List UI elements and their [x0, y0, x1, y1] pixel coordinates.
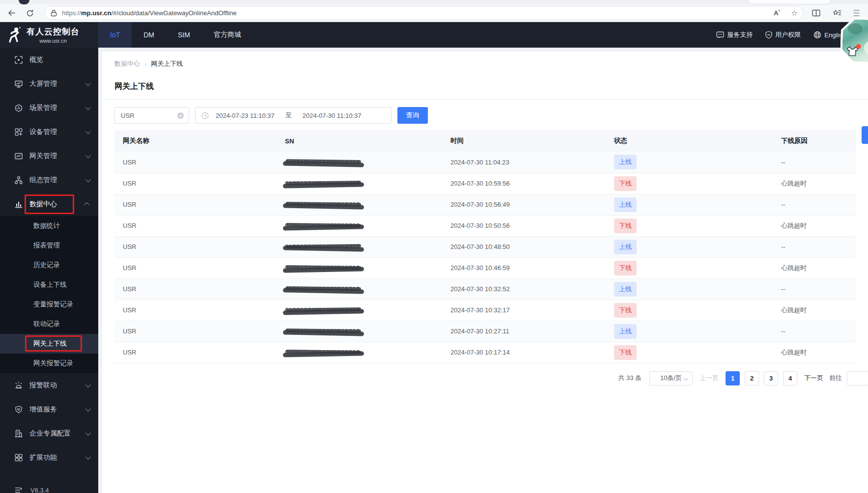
status-badge: 上线	[614, 197, 637, 212]
cell-offline-reason: 心跳超时	[773, 257, 856, 278]
date-range-picker[interactable]: 2024-07-23 11:10:37 至 2024-07-30 11:10:3…	[195, 107, 392, 124]
table-row: USR 01001224051000016210 2024-07-30 10:5…	[114, 173, 856, 194]
cell-offline-reason: 心跳超时	[773, 342, 856, 363]
page-button-4[interactable]: 4	[783, 371, 797, 385]
sidebar-subitem-gateway-alarm[interactable]: 网关报警记录	[0, 354, 98, 373]
cell-gateway-name: USR	[114, 236, 277, 257]
sidebar-subitem-history[interactable]: 历史记录	[0, 255, 98, 275]
url-text: https://mp.usr.cn/#/cloud/data/ViewGatew…	[62, 9, 237, 17]
table-row: USR 01001224051000016210 2024-07-30 10:5…	[114, 194, 856, 215]
cell-time: 2024-07-30 10:59:56	[442, 173, 606, 194]
status-badge: 下线	[614, 345, 637, 360]
version-label: V6.3.4	[30, 487, 49, 493]
shield-icon	[765, 31, 772, 39]
tab-mall[interactable]: 官方商城	[202, 22, 253, 48]
sidebar-subitem-linkage[interactable]: 联动记录	[0, 314, 98, 334]
cell-time: 2024-07-30 10:17:14	[442, 342, 606, 363]
usr-logo-icon	[8, 27, 23, 43]
col-time: 时间	[442, 130, 606, 152]
sidebar-item-scene[interactable]: 场景管理	[0, 96, 98, 120]
cell-offline-reason: --	[773, 321, 856, 342]
logo-subtitle: www.usr.cn	[27, 38, 80, 44]
sidebar-item-alarm-linkage[interactable]: 报警联动	[0, 373, 98, 397]
page-button-1[interactable]: 1	[726, 371, 740, 385]
page-button-3[interactable]: 3	[764, 371, 778, 385]
goto-page-input[interactable]	[847, 371, 868, 385]
redaction-scribble	[286, 223, 361, 227]
sidebar-item-scada[interactable]: 组态管理	[0, 168, 98, 192]
prev-page-button[interactable]: 上一页	[700, 374, 719, 383]
split-screen-icon[interactable]	[812, 9, 820, 17]
status-badge: 上线	[614, 282, 637, 297]
address-bar[interactable]: https://mp.usr.cn/#/cloud/data/ViewGatew…	[44, 6, 803, 20]
cell-gateway-name: USR	[114, 342, 277, 363]
sidebar-item-vas[interactable]: 增值服务	[0, 397, 98, 421]
breadcrumb-separator: ›	[144, 60, 146, 68]
sidebar-item-device[interactable]: 设备管理	[0, 120, 98, 144]
table-row: USR 01001224051000016210 2024-07-30 10:5…	[114, 215, 856, 236]
sidebar-item-enterprise[interactable]: 企业专属配置	[0, 421, 98, 445]
logo[interactable]: 有人云控制台 www.usr.cn	[0, 26, 98, 44]
records-table: 网关名称 SN 时间 状态 下线原因 USR 01001224051000016…	[114, 130, 856, 363]
status-badge: 下线	[614, 176, 637, 191]
read-aloud-icon[interactable]: Aᐠ	[774, 9, 781, 17]
sidebar-item-overview[interactable]: 概览	[0, 48, 98, 72]
table-row: USR 01001224051000016210 2024-07-30 11:0…	[114, 152, 856, 173]
chevron-down-icon	[85, 430, 91, 435]
sidebar-item-extensions[interactable]: 扩展功能	[0, 445, 98, 469]
sidebar-item-datacenter[interactable]: 数据中心	[0, 192, 98, 216]
cell-sn: 01001224051000016210	[277, 194, 442, 215]
refresh-button[interactable]	[23, 6, 37, 20]
back-button[interactable]	[4, 6, 19, 20]
top-navigation: 有人云控制台 www.usr.cn IoT DM SIM 官方商城 服务支持 用…	[0, 22, 868, 48]
cell-status: 下线	[606, 257, 773, 278]
gateway-name-input[interactable]	[114, 107, 189, 124]
sidebar-item-bigscreen[interactable]: 大屏管理	[0, 72, 98, 96]
col-status: 状态	[606, 130, 773, 152]
sidebar-subitem-gateway-onoff[interactable]: 网关上下线	[0, 334, 98, 354]
query-button[interactable]: 查询	[397, 107, 428, 124]
cell-offline-reason: 心跳超时	[773, 300, 856, 321]
sidebar-subitem-data-stats[interactable]: 数据统计	[0, 216, 98, 236]
clipped-toolbar-icon[interactable]	[853, 9, 860, 17]
vas-shield-icon	[15, 406, 23, 413]
support-link[interactable]: 服务支持	[716, 30, 753, 39]
sidebar-subitem-report[interactable]: 报表管理	[0, 236, 98, 255]
clear-input-icon[interactable]	[177, 112, 184, 119]
cell-gateway-name: USR	[114, 257, 277, 278]
cell-time: 2024-07-30 10:32:52	[442, 278, 606, 300]
page-button-2[interactable]: 2	[745, 371, 759, 385]
status-badge: 下线	[614, 261, 637, 275]
next-page-button[interactable]: 下一页	[804, 374, 823, 383]
breadcrumb-parent[interactable]: 数据中心	[114, 59, 140, 68]
cell-sn: 01001224051000016210	[277, 257, 442, 278]
cell-sn: 01001224051000016210	[277, 236, 442, 257]
tab-iot[interactable]: IoT	[98, 22, 132, 48]
chevron-down-icon	[85, 80, 91, 85]
cell-sn: 01001224051000016210	[277, 342, 442, 363]
table-row: USR 01001224051000016210 2024-07-30 10:3…	[114, 278, 856, 300]
divider	[102, 99, 868, 100]
col-offline-reason: 下线原因	[773, 130, 856, 152]
table-row: USR 01001224051000016210 2024-07-30 10:3…	[114, 300, 856, 321]
permissions-link[interactable]: 用户权限	[765, 30, 801, 39]
collections-icon[interactable]	[832, 9, 841, 17]
col-sn: SN	[277, 130, 442, 152]
gateway-name-field[interactable]	[121, 112, 170, 119]
browser-tab-fragment[interactable]	[748, 0, 831, 4]
sidebar-item-gateway[interactable]: 网关管理	[0, 144, 98, 168]
scada-icon	[15, 176, 23, 184]
clock-icon	[201, 112, 209, 119]
gateway-icon	[15, 152, 23, 160]
page-size-select[interactable]: 10条/页	[649, 371, 693, 385]
sidebar-subitem-var-alarm[interactable]: 变量报警记录	[0, 295, 98, 314]
cell-status: 上线	[606, 152, 773, 173]
clipped-floating-button[interactable]	[862, 126, 868, 144]
logo-title: 有人云控制台	[27, 26, 80, 37]
tab-dm[interactable]: DM	[132, 22, 166, 48]
cell-time: 2024-07-30 10:48:50	[442, 236, 606, 257]
tab-sim[interactable]: SIM	[166, 22, 202, 48]
breadcrumb: 数据中心 › 网关上下线	[114, 59, 856, 68]
sidebar-subitem-device-onoff[interactable]: 设备上下线	[0, 275, 98, 295]
favorite-star-icon[interactable]: ☆	[791, 9, 798, 18]
